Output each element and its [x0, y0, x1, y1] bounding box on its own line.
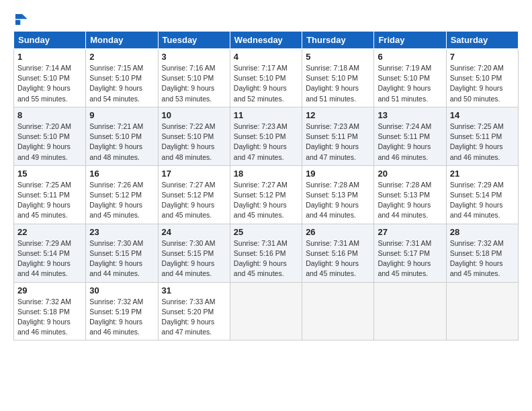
day-info: Sunrise: 7:27 AMSunset: 5:12 PMDaylight:… — [162, 181, 216, 220]
day-number: 21 — [450, 169, 515, 179]
day-info: Sunrise: 7:20 AMSunset: 5:10 PMDaylight:… — [450, 64, 504, 103]
day-info: Sunrise: 7:31 AMSunset: 5:17 PMDaylight:… — [378, 239, 431, 278]
calendar-cell: 13 Sunrise: 7:24 AMSunset: 5:11 PMDaylig… — [374, 107, 446, 165]
col-wednesday: Wednesday — [230, 32, 302, 49]
calendar-cell: 17 Sunrise: 7:27 AMSunset: 5:12 PMDaylig… — [158, 165, 230, 224]
logo — [13, 12, 31, 27]
day-info: Sunrise: 7:24 AMSunset: 5:11 PMDaylight:… — [378, 122, 431, 161]
day-number: 8 — [17, 110, 82, 120]
day-number: 16 — [89, 169, 154, 179]
day-info: Sunrise: 7:28 AMSunset: 5:13 PMDaylight:… — [378, 181, 431, 220]
day-number: 10 — [162, 110, 226, 120]
day-info: Sunrise: 7:29 AMSunset: 5:14 PMDaylight:… — [17, 239, 71, 278]
calendar-cell: 29 Sunrise: 7:32 AMSunset: 5:18 PMDaylig… — [14, 282, 86, 340]
day-number: 15 — [17, 169, 82, 179]
calendar-cell: 6 Sunrise: 7:19 AMSunset: 5:10 PMDayligh… — [374, 49, 446, 107]
calendar-table: Sunday Monday Tuesday Wednesday Thursday… — [13, 31, 519, 340]
calendar-header-row: Sunday Monday Tuesday Wednesday Thursday… — [14, 32, 519, 49]
calendar-cell: 21 Sunrise: 7:29 AMSunset: 5:14 PMDaylig… — [446, 165, 518, 224]
day-info: Sunrise: 7:15 AMSunset: 5:10 PMDaylight:… — [89, 64, 143, 103]
svg-rect-2 — [15, 20, 20, 25]
calendar-cell: 8 Sunrise: 7:20 AMSunset: 5:10 PMDayligh… — [14, 107, 86, 165]
calendar-cell — [374, 282, 446, 340]
calendar-cell: 11 Sunrise: 7:23 AMSunset: 5:10 PMDaylig… — [230, 107, 302, 165]
day-number: 14 — [450, 110, 515, 120]
page: Sunday Monday Tuesday Wednesday Thursday… — [0, 0, 532, 347]
calendar-cell: 3 Sunrise: 7:16 AMSunset: 5:10 PMDayligh… — [158, 49, 230, 107]
col-friday: Friday — [374, 32, 446, 49]
header — [13, 12, 519, 27]
day-info: Sunrise: 7:19 AMSunset: 5:10 PMDaylight:… — [378, 64, 431, 103]
col-thursday: Thursday — [302, 32, 374, 49]
day-info: Sunrise: 7:28 AMSunset: 5:13 PMDaylight:… — [306, 181, 359, 220]
calendar-cell: 5 Sunrise: 7:18 AMSunset: 5:10 PMDayligh… — [302, 49, 374, 107]
col-saturday: Saturday — [446, 32, 518, 49]
day-info: Sunrise: 7:32 AMSunset: 5:18 PMDaylight:… — [17, 298, 71, 336]
day-number: 24 — [162, 227, 226, 237]
calendar-cell: 31 Sunrise: 7:33 AMSunset: 5:20 PMDaylig… — [158, 282, 230, 340]
day-number: 12 — [306, 110, 370, 120]
day-info: Sunrise: 7:25 AMSunset: 5:11 PMDaylight:… — [17, 181, 71, 220]
day-info: Sunrise: 7:31 AMSunset: 5:16 PMDaylight:… — [234, 239, 287, 278]
day-info: Sunrise: 7:21 AMSunset: 5:10 PMDaylight:… — [89, 122, 143, 161]
day-number: 11 — [234, 110, 298, 120]
svg-rect-1 — [15, 14, 22, 19]
calendar-cell: 23 Sunrise: 7:30 AMSunset: 5:15 PMDaylig… — [86, 224, 158, 282]
calendar-cell: 16 Sunrise: 7:26 AMSunset: 5:12 PMDaylig… — [86, 165, 158, 224]
calendar-cell: 12 Sunrise: 7:23 AMSunset: 5:11 PMDaylig… — [302, 107, 374, 165]
calendar-cell: 2 Sunrise: 7:15 AMSunset: 5:10 PMDayligh… — [86, 49, 158, 107]
day-info: Sunrise: 7:22 AMSunset: 5:10 PMDaylight:… — [162, 122, 216, 161]
svg-marker-0 — [22, 14, 27, 19]
day-number: 22 — [17, 227, 82, 237]
day-number: 5 — [306, 52, 370, 62]
day-info: Sunrise: 7:26 AMSunset: 5:12 PMDaylight:… — [89, 181, 143, 220]
calendar-cell: 4 Sunrise: 7:17 AMSunset: 5:10 PMDayligh… — [230, 49, 302, 107]
calendar-cell: 18 Sunrise: 7:27 AMSunset: 5:12 PMDaylig… — [230, 165, 302, 224]
day-number: 28 — [450, 227, 515, 237]
calendar-cell: 26 Sunrise: 7:31 AMSunset: 5:16 PMDaylig… — [302, 224, 374, 282]
calendar-cell: 24 Sunrise: 7:30 AMSunset: 5:15 PMDaylig… — [158, 224, 230, 282]
calendar-cell — [446, 282, 518, 340]
day-number: 4 — [234, 52, 298, 62]
day-number: 30 — [89, 285, 154, 295]
day-info: Sunrise: 7:17 AMSunset: 5:10 PMDaylight:… — [234, 64, 287, 103]
calendar-cell — [230, 282, 302, 340]
day-number: 3 — [162, 52, 226, 62]
day-number: 29 — [17, 285, 82, 295]
calendar-cell: 25 Sunrise: 7:31 AMSunset: 5:16 PMDaylig… — [230, 224, 302, 282]
calendar-cell: 28 Sunrise: 7:32 AMSunset: 5:18 PMDaylig… — [446, 224, 518, 282]
day-info: Sunrise: 7:14 AMSunset: 5:10 PMDaylight:… — [17, 64, 71, 103]
day-info: Sunrise: 7:31 AMSunset: 5:16 PMDaylight:… — [306, 239, 359, 278]
calendar-cell: 1 Sunrise: 7:14 AMSunset: 5:10 PMDayligh… — [14, 49, 86, 107]
day-number: 7 — [450, 52, 515, 62]
day-number: 20 — [378, 169, 442, 179]
calendar-cell: 10 Sunrise: 7:22 AMSunset: 5:10 PMDaylig… — [158, 107, 230, 165]
day-info: Sunrise: 7:23 AMSunset: 5:11 PMDaylight:… — [306, 122, 359, 161]
day-number: 19 — [306, 169, 370, 179]
day-info: Sunrise: 7:30 AMSunset: 5:15 PMDaylight:… — [89, 239, 143, 278]
day-info: Sunrise: 7:32 AMSunset: 5:18 PMDaylight:… — [450, 239, 504, 278]
day-info: Sunrise: 7:29 AMSunset: 5:14 PMDaylight:… — [450, 181, 504, 220]
day-info: Sunrise: 7:20 AMSunset: 5:10 PMDaylight:… — [17, 122, 71, 161]
day-info: Sunrise: 7:25 AMSunset: 5:11 PMDaylight:… — [450, 122, 504, 161]
day-number: 9 — [89, 110, 154, 120]
calendar-cell: 27 Sunrise: 7:31 AMSunset: 5:17 PMDaylig… — [374, 224, 446, 282]
calendar-cell: 19 Sunrise: 7:28 AMSunset: 5:13 PMDaylig… — [302, 165, 374, 224]
calendar-cell: 7 Sunrise: 7:20 AMSunset: 5:10 PMDayligh… — [446, 49, 518, 107]
day-number: 18 — [234, 169, 298, 179]
calendar-cell: 15 Sunrise: 7:25 AMSunset: 5:11 PMDaylig… — [14, 165, 86, 224]
day-info: Sunrise: 7:33 AMSunset: 5:20 PMDaylight:… — [162, 298, 216, 336]
day-number: 17 — [162, 169, 226, 179]
day-number: 23 — [89, 227, 154, 237]
calendar-cell: 20 Sunrise: 7:28 AMSunset: 5:13 PMDaylig… — [374, 165, 446, 224]
day-number: 2 — [89, 52, 154, 62]
calendar-cell: 30 Sunrise: 7:32 AMSunset: 5:19 PMDaylig… — [86, 282, 158, 340]
day-number: 25 — [234, 227, 298, 237]
day-number: 31 — [162, 285, 226, 295]
day-info: Sunrise: 7:27 AMSunset: 5:12 PMDaylight:… — [234, 181, 287, 220]
col-monday: Monday — [86, 32, 158, 49]
calendar-cell: 22 Sunrise: 7:29 AMSunset: 5:14 PMDaylig… — [14, 224, 86, 282]
day-info: Sunrise: 7:30 AMSunset: 5:15 PMDaylight:… — [162, 239, 216, 278]
day-number: 1 — [17, 52, 82, 62]
day-number: 26 — [306, 227, 370, 237]
